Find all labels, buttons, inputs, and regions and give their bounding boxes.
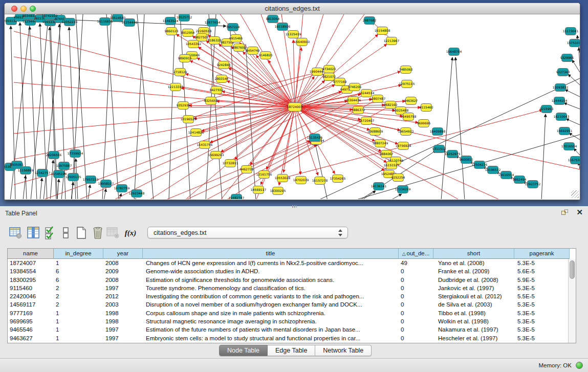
memory-indicator-dot[interactable] bbox=[576, 362, 583, 369]
table-cell[interactable]: 1998 bbox=[103, 317, 143, 325]
table-cell[interactable]: 18300295 bbox=[8, 276, 54, 284]
table-cell[interactable]: Estimation of the future numbers of pati… bbox=[143, 325, 399, 334]
table-cell[interactable]: 5.5E-5 bbox=[514, 292, 568, 300]
table-cell[interactable]: 14569117 bbox=[8, 300, 54, 309]
table-cell[interactable]: 5.3E-5 bbox=[514, 259, 568, 267]
column-visibility-button[interactable] bbox=[26, 225, 41, 240]
clear-selection-button[interactable] bbox=[58, 225, 74, 240]
table-scrollbar[interactable] bbox=[568, 259, 576, 343]
table-cell[interactable]: 5.9E-5 bbox=[514, 276, 568, 284]
table-cell[interactable]: Estimation of significance thresholds fo… bbox=[143, 276, 399, 284]
table-cell[interactable]: 0 bbox=[399, 276, 433, 284]
table-cell[interactable]: 0 bbox=[399, 292, 433, 300]
table-cell[interactable]: 5.3E-5 bbox=[514, 325, 568, 334]
table-cell[interactable]: 5.3E-5 bbox=[514, 334, 568, 342]
table-cell[interactable]: 1997 bbox=[103, 284, 143, 292]
table-cell[interactable]: 2 bbox=[54, 292, 103, 300]
table-cell[interactable]: Investigating the contribution of common… bbox=[143, 292, 399, 300]
table-cell[interactable]: 2008 bbox=[103, 259, 143, 267]
window-resize-grip[interactable] bbox=[571, 190, 579, 198]
table-cell[interactable]: 2003 bbox=[103, 300, 143, 309]
table-cell[interactable]: 1 bbox=[54, 334, 103, 342]
table-cell[interactable]: 2009 bbox=[103, 267, 143, 275]
select-all-button[interactable] bbox=[43, 225, 58, 240]
column-header-short[interactable]: short bbox=[433, 249, 514, 259]
table-cell[interactable]: 1997 bbox=[103, 325, 143, 334]
network-view-canvas[interactable]: 1872400798601238912954222605189827507105… bbox=[5, 14, 580, 199]
table-cell[interactable]: Genome-wide association studies in ADHD. bbox=[143, 267, 399, 275]
table-cell[interactable]: 0 bbox=[399, 300, 433, 309]
table-cell[interactable]: 9465546 bbox=[8, 325, 54, 334]
column-header-out_de[interactable]: △out_de... bbox=[399, 249, 433, 259]
table-cell[interactable]: 2008 bbox=[103, 276, 143, 284]
table-cell[interactable]: Tourette syndrome. Phenomenology and cla… bbox=[143, 284, 399, 292]
column-header-pagerank[interactable]: pagerank bbox=[514, 249, 570, 259]
table-cell[interactable]: Franke et al. (2009) bbox=[433, 267, 514, 275]
table-cell[interactable]: 0 bbox=[399, 309, 433, 317]
table-cell[interactable]: Nakamura et al. (1997) bbox=[433, 325, 514, 334]
table-cell[interactable]: 1 bbox=[54, 317, 103, 325]
table-cell[interactable]: 6 bbox=[54, 276, 103, 284]
table-row[interactable]: 946362711997Embryonic stem cells: a mode… bbox=[8, 334, 568, 342]
table-cell[interactable]: Embryonic stem cells: a model to study s… bbox=[143, 334, 399, 342]
column-header-title[interactable]: title bbox=[143, 249, 399, 259]
table-cell[interactable]: Wolkin et al. (1998) bbox=[433, 317, 514, 325]
table-cell[interactable]: 5.6E-5 bbox=[514, 267, 568, 275]
tab-network-table[interactable]: Network Table bbox=[315, 345, 372, 356]
table-cell[interactable]: 5.3E-5 bbox=[514, 300, 568, 309]
table-cell[interactable]: Hescheler et al. (1997) bbox=[433, 334, 514, 342]
table-row[interactable]: 1938455462009Genome-wide association stu… bbox=[8, 267, 568, 275]
float-panel-button[interactable] bbox=[561, 209, 569, 216]
table-row[interactable]: 969969511998Structural magnetic resonanc… bbox=[8, 317, 568, 325]
table-cell[interactable]: 1998 bbox=[103, 309, 143, 317]
table-cell[interactable]: 0 bbox=[399, 284, 433, 292]
table-row[interactable]: 946554611997Estimation of the future num… bbox=[8, 325, 568, 334]
table-cell[interactable]: 0 bbox=[399, 325, 433, 334]
table-cell[interactable]: Disruption of a novel member of a sodium… bbox=[143, 300, 399, 309]
table-cell[interactable]: Dudbridge et al. (2008) bbox=[433, 276, 514, 284]
tab-node-table[interactable]: Node Table bbox=[219, 345, 268, 356]
table-cell[interactable]: 0 bbox=[399, 317, 433, 325]
table-cell[interactable]: 9115460 bbox=[8, 284, 54, 292]
network-window-titlebar[interactable]: citations_edges.txt bbox=[5, 3, 580, 14]
table-row[interactable]: 911546021997Tourette syndrome. Phenomeno… bbox=[8, 284, 568, 292]
table-cell[interactable]: 22420046 bbox=[8, 292, 54, 300]
table-cell[interactable]: 0 bbox=[399, 334, 433, 342]
delete-button[interactable] bbox=[90, 225, 105, 240]
table-row[interactable]: 1830029562008Estimation of significance … bbox=[8, 276, 568, 284]
table-cell[interactable]: 5.3E-5 bbox=[514, 309, 568, 317]
table-select[interactable]: citations_edges.txt bbox=[147, 227, 348, 238]
table-cell[interactable]: 9699695 bbox=[8, 317, 54, 325]
citation-network-graph[interactable]: 1872400798601238912954222605189827507105… bbox=[5, 14, 580, 199]
table-cell[interactable]: 6 bbox=[54, 267, 103, 275]
table-row[interactable]: 2242004622012Investigating the contribut… bbox=[8, 292, 568, 300]
table-row[interactable]: 977716911998Corpus callosum shape and si… bbox=[8, 309, 568, 317]
table-cell[interactable]: 1 bbox=[54, 309, 103, 317]
table-cell[interactable]: Tibbo et al. (1998) bbox=[433, 309, 514, 317]
table-cell[interactable]: 19384554 bbox=[8, 267, 54, 275]
table-cell[interactable]: 1 bbox=[54, 259, 103, 267]
table-cell[interactable]: Structural magnetic resonance image aver… bbox=[143, 317, 399, 325]
table-cell[interactable]: 2 bbox=[54, 300, 103, 309]
table-cell[interactable]: Stergiakouli et al. (2012) bbox=[433, 292, 514, 300]
table-cell[interactable]: 18724007 bbox=[8, 259, 54, 267]
table-cell[interactable]: 1 bbox=[54, 325, 103, 334]
table-cell[interactable]: Corpus callosum shape and size in male p… bbox=[143, 309, 399, 317]
table-cell[interactable]: Changes of HCN gene expression and I(f) … bbox=[143, 259, 399, 267]
table-row[interactable]: 1456911722003Disruption of a novel membe… bbox=[8, 300, 568, 309]
splitter-grip[interactable] bbox=[292, 205, 297, 208]
table-cell[interactable]: 0 bbox=[399, 267, 433, 275]
close-panel-icon[interactable]: ✕ bbox=[576, 208, 583, 216]
table-cell[interactable]: de Silva et al. (2003) bbox=[433, 300, 514, 309]
table-cell[interactable]: 2 bbox=[54, 284, 103, 292]
table-cell[interactable]: 9777169 bbox=[8, 309, 54, 317]
table-cell[interactable]: 5.3E-5 bbox=[514, 284, 568, 292]
table-cell[interactable]: 49 bbox=[399, 259, 433, 267]
new-document-button[interactable] bbox=[74, 225, 89, 240]
column-header-in_degree[interactable]: in_degree bbox=[54, 249, 103, 259]
table-row[interactable]: 1872400712008Changes of HCN gene express… bbox=[8, 259, 568, 267]
network-window[interactable]: citations_edges.txt 18724007986012389129… bbox=[4, 3, 580, 200]
column-header-name[interactable]: name bbox=[8, 249, 54, 259]
table-cell[interactable]: 2012 bbox=[103, 292, 143, 300]
function-builder-button[interactable]: f(x) bbox=[123, 225, 138, 240]
